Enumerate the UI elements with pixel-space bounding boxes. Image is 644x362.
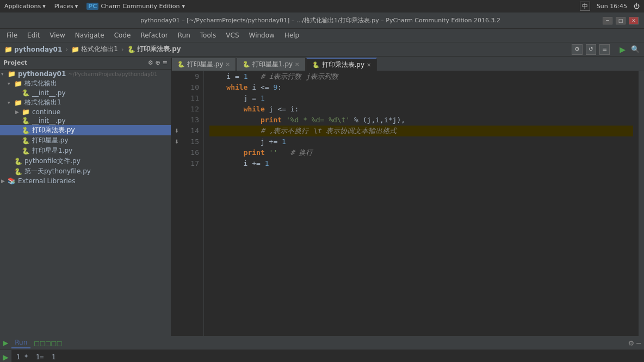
code-line-9: i = 1 # i表示行数 j表示列数 [209, 71, 633, 82]
run-icon: ▶ [3, 339, 8, 347]
tab-stars[interactable]: 🐍 打印星星.py ✕ [171, 58, 236, 71]
tab-mult-close[interactable]: ✕ [367, 62, 371, 68]
breadcrumb-file-label: 打印乘法表.py [137, 45, 181, 54]
tree-external-libs[interactable]: ▶ 📚 External Libraries [0, 177, 171, 185]
breadcrumb-file[interactable]: 🐍 打印乘法表.py [127, 45, 181, 54]
code-editor[interactable]: ⬇ ⬇ 9 10 11 12 13 14 15 16 17 i = 1 # i表… [171, 71, 644, 336]
code-content[interactable]: i = 1 # i表示行数 j表示列数 while i <= 9: j = 1 … [204, 71, 639, 336]
gutter-9 [171, 71, 182, 82]
tree-root-arrow: ▾ [1, 71, 8, 77]
power-icon[interactable]: ⏻ [634, 3, 640, 10]
tree-folder-2[interactable]: ▾ 📁 格式化输出1 [0, 97, 171, 108]
tab-stars1[interactable]: 🐍 打印星星1.py ✕ [237, 58, 306, 71]
breadcrumb-project[interactable]: 📁 pythonday01 [4, 46, 62, 53]
menu-vcs[interactable]: VCS [221, 29, 243, 42]
linenum-10: 10 [184, 82, 199, 93]
sidebar-cog-icon[interactable]: ≡ [163, 59, 168, 66]
tree-pythonfile-label: pythonfile文件.py [24, 157, 81, 166]
sidebar-gear-icon[interactable]: ⚙ [148, 59, 153, 66]
tree-folder-1[interactable]: ▾ 📁 格式化输出 [0, 78, 171, 89]
menu-run[interactable]: Run [174, 29, 195, 42]
menu-refactor[interactable]: Refactor [136, 29, 172, 42]
tree-stars-label: 打印星星.py [32, 136, 69, 145]
run-name: □□□□□ [34, 340, 62, 347]
tree-file-multiplication[interactable]: 🐍 打印乘法表.py [0, 125, 171, 135]
tree-stars1-label: 打印星星1.py [32, 146, 72, 155]
tree-file-init-1[interactable]: 🐍 __init__.py [0, 89, 171, 97]
menu-tools[interactable]: Tools [196, 29, 221, 42]
tree-root[interactable]: ▾ 📁 pythonday01 ~/PycharmProjects/python… [0, 70, 171, 78]
charm-app[interactable]: PC Charm Community Edition ▾ [86, 3, 185, 10]
run-settings-btn[interactable]: ⚙ [628, 339, 635, 347]
linenum-13: 13 [184, 115, 199, 126]
tabs-bar: 🐍 打印星星.py ✕ 🐍 打印星星1.py ✕ 🐍 打印乘法表.py ✕ [171, 57, 644, 71]
menu-file[interactable]: File [2, 29, 22, 42]
search-button[interactable]: 🔍 [631, 45, 640, 53]
gutter-12 [171, 104, 182, 115]
tree-file-stars1[interactable]: 🐍 打印星星1.py [0, 146, 171, 156]
gutter-13 [171, 115, 182, 126]
nav-settings-btn[interactable]: ⚙ [572, 44, 583, 55]
tree-folder-continue[interactable]: ▶ 📁 continue [0, 108, 171, 116]
maximize-button[interactable]: □ [616, 17, 626, 24]
menu-navigate[interactable]: Navigate [71, 29, 109, 42]
tab-stars1-label: 打印星星1.py [252, 60, 293, 69]
tab-stars-close[interactable]: ✕ [226, 61, 230, 67]
system-bar-right: 中 Sun 16:45 ⏻ [580, 2, 640, 11]
run-play-btn[interactable]: ▶ [1, 352, 11, 362]
applications-menu[interactable]: Applications ▾ [4, 3, 46, 10]
linenum-9: 9 [184, 71, 199, 82]
nav-config-btn[interactable]: ≡ [599, 44, 610, 55]
tree-file-day1[interactable]: 🐍 第一天pythonyfile.py [0, 166, 171, 177]
menu-window[interactable]: Window [245, 29, 279, 42]
menu-help[interactable]: Help [280, 29, 304, 42]
run-controls: ⚙ ─ [628, 339, 641, 347]
tree-folder-1-icon: 📁 [14, 80, 22, 88]
nav-sync-btn[interactable]: ↺ [586, 44, 596, 55]
breadcrumb-folder-label: 格式化输出1 [81, 45, 118, 54]
run-button[interactable]: ▶ [620, 45, 626, 54]
tree-day1-icon: 🐍 [14, 168, 22, 176]
tree-file-pythonfile[interactable]: 🐍 pythonfile文件.py [0, 156, 171, 166]
tree-folder-2-icon: 📁 [14, 99, 22, 107]
tab-mult-label: 打印乘法表.py [322, 60, 365, 70]
tree-ext-label: External Libraries [18, 177, 75, 185]
places-menu[interactable]: Places ▾ [54, 3, 78, 10]
close-button[interactable]: ✕ [629, 17, 639, 24]
tree-continue-icon: 📁 [22, 108, 30, 116]
project-icon: 📁 [4, 46, 13, 53]
charm-label: Charm Community Edition [101, 3, 179, 10]
editor-scrollbar[interactable] [639, 71, 644, 336]
tab-stars1-close[interactable]: ✕ [295, 61, 299, 67]
run-tab[interactable]: Run [11, 338, 30, 348]
tree-file-init-2-label: __init__.py [32, 117, 66, 124]
breadcrumb-folder[interactable]: 📁 格式化输出1 [71, 45, 118, 54]
code-line-12: while j <= i: [209, 104, 633, 115]
system-time: Sun 16:45 [597, 3, 627, 10]
tree-file-init-2[interactable]: 🐍 __init__.py [0, 116, 171, 125]
input-indicator: 中 [580, 2, 590, 11]
sidebar-pin-icon[interactable]: ⊕ [156, 59, 160, 66]
linenum-11: 11 [184, 93, 199, 104]
gutter-10 [171, 82, 182, 93]
title-bar: pythonday01 – [~/PycharmProjects/pythond… [0, 13, 644, 29]
run-collapse-btn[interactable]: ─ [636, 339, 641, 347]
menu-code[interactable]: Code [110, 29, 135, 42]
minimize-button[interactable]: ─ [603, 17, 612, 24]
gutter-16 [171, 147, 182, 158]
tree-file-stars[interactable]: 🐍 打印星星.py [0, 135, 171, 146]
run-output[interactable]: 1 * 1= 1 1 * 2= 2 2 * 2= 4 1 * 3= 3 2 * … [12, 350, 644, 362]
menu-edit[interactable]: Edit [23, 29, 44, 42]
charm-icon: PC [86, 3, 98, 10]
linenum-17: 17 [184, 158, 199, 169]
tab-stars1-icon: 🐍 [243, 61, 250, 68]
tab-mult-icon: 🐍 [312, 61, 320, 68]
tree-pythonfile-icon: 🐍 [14, 158, 22, 165]
tab-multiplication[interactable]: 🐍 打印乘法表.py ✕ [306, 58, 377, 71]
tree-root-icon: 📁 [8, 70, 16, 78]
tree-file-init-2-icon: 🐍 [22, 117, 30, 124]
line-numbers: 9 10 11 12 13 14 15 16 17 [182, 71, 204, 336]
tree-stars-icon: 🐍 [22, 137, 30, 145]
menu-view[interactable]: View [45, 29, 69, 42]
sidebar: Project ⚙ ⊕ ≡ ▾ 📁 pythonday01 ~/PycharmP… [0, 57, 171, 336]
